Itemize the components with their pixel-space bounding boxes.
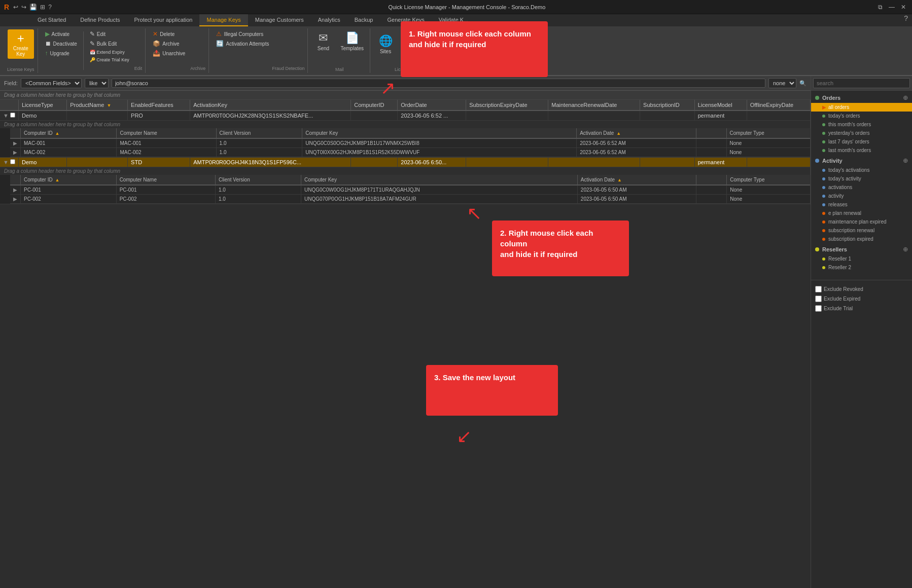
table-row[interactable]: ▼ Demo PRO AMTP0R0T0OGHJ2K28N3Q1S1SKS2NB…: [0, 111, 811, 121]
redo-icon[interactable]: ↪: [21, 4, 26, 11]
undo-icon[interactable]: ↩: [13, 4, 18, 11]
activity-section-header[interactable]: Activity ⊕: [811, 156, 912, 166]
help-icon[interactable]: ?: [48, 4, 52, 11]
sub-col-client-version[interactable]: Client Version: [216, 128, 302, 138]
col-offline-expiry[interactable]: OfflineExpiryDate: [747, 100, 810, 111]
panel-item-all-orders[interactable]: ▶ all orders: [811, 103, 912, 112]
exclude-revoked-checkbox[interactable]: Exclude Revoked: [811, 284, 912, 294]
col-subscription-expiry[interactable]: SubscriptionExpiryDate: [466, 100, 548, 111]
exclude-expired-input[interactable]: [815, 296, 822, 302]
restore-btn[interactable]: ⧉: [876, 4, 885, 11]
third-party-button[interactable]: 🔌 3rd Party Extensions: [453, 57, 515, 66]
orders-section-header[interactable]: Orders ⊕: [811, 93, 912, 103]
upgrade-button[interactable]: ↑ Upgrade: [42, 49, 80, 58]
audit-trail-button[interactable]: 📊 AuditTrail: [423, 29, 445, 59]
row1-expander[interactable]: ▼: [0, 111, 18, 121]
operator-select[interactable]: like: [85, 78, 109, 88]
right-option-select[interactable]: none: [768, 78, 796, 88]
bulk-edit-button[interactable]: ✎ Bulk Edit: [87, 39, 132, 48]
col-license-model[interactable]: LicenseModel: [694, 100, 747, 111]
sub2-r2-expand[interactable]: ▶: [10, 195, 21, 204]
qlm-button[interactable]: Q QLM...: [453, 49, 515, 56]
panel-item-yesterday-orders[interactable]: yesterday's orders: [811, 129, 912, 137]
panel-item-subscription-expired[interactable]: subscription expired: [811, 235, 912, 243]
ribbon-help-btn[interactable]: ?: [900, 14, 912, 26]
create-trial-key-button[interactable]: 🔑 Create Trial Key: [87, 56, 132, 63]
row2-expander[interactable]: ▼: [0, 158, 18, 167]
exclude-trial-input[interactable]: [815, 305, 822, 312]
table-row[interactable]: ▶ MAC-001 MAC-001 1.0 UNQG0C0S0OG2HJKM8P…: [10, 138, 811, 148]
unarchive-button[interactable]: 📤 Unarchive: [150, 49, 188, 58]
archive-button[interactable]: 📦 Archive: [150, 39, 188, 48]
sub1-r2-expand[interactable]: ▶: [10, 148, 21, 157]
tab-analytics[interactable]: Analytics: [311, 14, 347, 26]
panel-item-thismonth-orders[interactable]: this month's orders: [811, 120, 912, 129]
right-panel-search-input[interactable]: [813, 78, 910, 88]
sub2-col-client-version[interactable]: Client Version: [216, 175, 301, 185]
panel-item-plan-renewal[interactable]: e plan renewal: [811, 209, 912, 217]
orders-collapse-icon[interactable]: ⊕: [903, 94, 908, 101]
col-license-type[interactable]: LicenseType: [18, 100, 66, 111]
tab-manage-keys[interactable]: Manage Keys: [199, 14, 248, 26]
panel-item-releases[interactable]: releases: [811, 200, 912, 209]
activation-attempts-button[interactable]: 🔄 Activation Attempts: [213, 39, 272, 48]
panel-item-subscription-renewal[interactable]: subscription renewal: [811, 226, 912, 235]
close-btn[interactable]: ✕: [899, 4, 908, 11]
panel-item-reseller1[interactable]: Reseller 1: [811, 254, 912, 263]
table-row[interactable]: ▶ MAC-002 MAC-002 1.0 UNQT0I0X00G2HJKM8P…: [10, 148, 811, 157]
sub2-col-computer-id[interactable]: Computer ID ▲: [21, 175, 117, 185]
panel-item-todays-orders[interactable]: today's orders: [811, 112, 912, 120]
expand-col[interactable]: [0, 100, 18, 111]
sub2-col-computer-key[interactable]: Computer Key: [301, 175, 578, 185]
table-row[interactable]: ▼ Demo STD AMTP0R0R0OGHJ4K18N3Q1S1FP596C…: [0, 158, 811, 167]
col-maintenance-renewal[interactable]: MaintenanceRenewalDate: [548, 100, 640, 111]
sub1-expand[interactable]: ▶: [10, 138, 21, 148]
illegal-computers-button[interactable]: ⚠ Illegal Computers: [213, 29, 272, 39]
tab-manage-customers[interactable]: Manage Customers: [248, 14, 311, 26]
tab-validate-keys[interactable]: Validate K...: [432, 14, 476, 26]
edit-button[interactable]: ✎ Edit: [87, 29, 132, 39]
create-key-button[interactable]: + CreateKey: [8, 29, 34, 59]
save-icon[interactable]: 💾: [29, 4, 37, 11]
sub-col-computer-type[interactable]: Computer Type: [726, 128, 811, 138]
sub-col-activation-date[interactable]: Activation Date ▲: [577, 128, 696, 138]
tab-define-products[interactable]: Define Products: [73, 14, 127, 26]
resellers-section-header[interactable]: Resellers ⊕: [811, 244, 912, 254]
table-row[interactable]: ▶ PC-002 PC-002 1.0 UNQG070P0OG1HJKM8P15…: [10, 195, 811, 204]
sub-col-computer-id[interactable]: Computer ID ▲: [21, 128, 117, 138]
sub-col-computer-name[interactable]: Computer Name: [117, 128, 216, 138]
field-select[interactable]: <Common Fields>: [21, 78, 82, 88]
templates-button[interactable]: 📄 Templates: [337, 29, 367, 53]
table-row[interactable]: ▶ PC-001 PC-001 1.0 UNQG0C0W0OG1HJKM8P17…: [10, 185, 811, 195]
resellers-collapse-icon[interactable]: ⊕: [903, 246, 908, 253]
tab-get-started[interactable]: Get Started: [30, 14, 73, 26]
filter-search-icon[interactable]: 🔍: [799, 80, 806, 87]
minimize-btn[interactable]: —: [887, 4, 897, 11]
scheduled-tasks-button[interactable]: 🕐 Scheduled Tasks: [453, 39, 515, 48]
exclude-revoked-input[interactable]: [815, 286, 822, 292]
send-button[interactable]: ✉ Send: [312, 29, 334, 53]
exclude-expired-checkbox[interactable]: Exclude Expired: [811, 294, 912, 304]
tab-generate-keys[interactable]: Generate Keys: [380, 14, 431, 26]
panel-item-todays-activity[interactable]: today's activity: [811, 174, 912, 183]
activity-collapse-icon[interactable]: ⊕: [903, 157, 908, 164]
grid-icon[interactable]: ⊞: [40, 4, 45, 11]
panel-item-last7-orders[interactable]: last 7 days' orders: [811, 137, 912, 146]
sub2-col-computer-type[interactable]: Computer Type: [727, 175, 811, 185]
panel-item-todays-activations[interactable]: today's activations: [811, 166, 912, 174]
extend-expiry-button[interactable]: 📅 Extend Expiry: [87, 49, 132, 56]
tab-backup[interactable]: Backup: [347, 14, 380, 26]
panel-item-reseller2[interactable]: Reseller 2: [811, 263, 912, 272]
row2-checkbox[interactable]: [10, 159, 15, 164]
tab-protect-app[interactable]: Protect your application: [127, 14, 200, 26]
sub2-col-activation-date[interactable]: Activation Date ▲: [577, 175, 696, 185]
col-subscription-id[interactable]: SubscriptionID: [640, 100, 695, 111]
col-activation-key[interactable]: ActivationKey: [190, 100, 351, 111]
event-log-button[interactable]: 📋 EventLog: [399, 29, 421, 59]
panel-item-activity[interactable]: activity: [811, 192, 912, 200]
search-value-input[interactable]: [112, 79, 765, 88]
col-product-name[interactable]: ProductName ▼: [67, 100, 128, 111]
col-enabled-features[interactable]: EnabledFeatures: [128, 100, 190, 111]
sub2-r1-expand[interactable]: ▶: [10, 185, 21, 195]
options-button[interactable]: ⚙ Options: [453, 29, 515, 39]
